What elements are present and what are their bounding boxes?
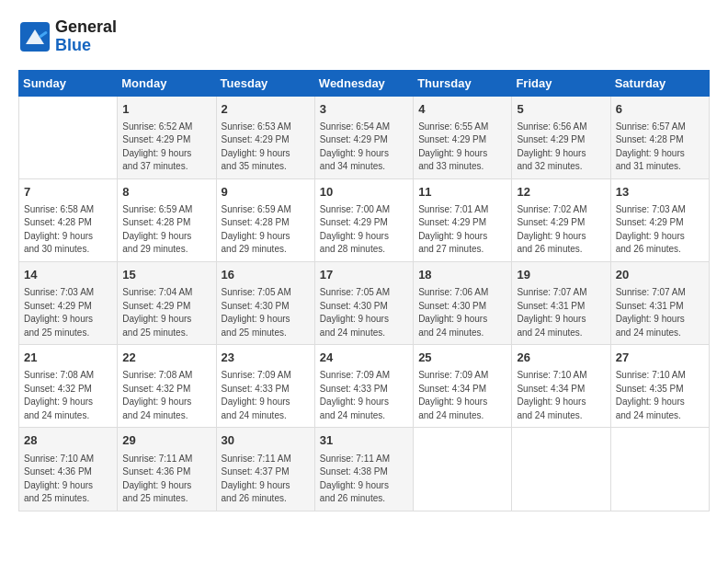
day-number: 11 (418, 184, 506, 201)
day-info: Sunrise: 6:55 AM Sunset: 4:29 PM Dayligh… (418, 121, 506, 174)
logo-icon (18, 20, 51, 53)
day-info: Sunrise: 7:08 AM Sunset: 4:32 PM Dayligh… (24, 369, 112, 422)
day-number: 31 (320, 432, 408, 449)
calendar-cell: 25Sunrise: 7:09 AM Sunset: 4:34 PM Dayli… (414, 345, 512, 428)
day-info: Sunrise: 7:06 AM Sunset: 4:30 PM Dayligh… (418, 286, 506, 339)
calendar-cell: 18Sunrise: 7:06 AM Sunset: 4:30 PM Dayli… (414, 261, 512, 344)
calendar-cell: 5Sunrise: 6:56 AM Sunset: 4:29 PM Daylig… (512, 96, 610, 178)
calendar-cell: 20Sunrise: 7:07 AM Sunset: 4:31 PM Dayli… (610, 261, 709, 344)
day-number: 15 (122, 267, 210, 283)
calendar-cell: 21Sunrise: 7:08 AM Sunset: 4:32 PM Dayli… (19, 345, 118, 428)
calendar-cell: 2Sunrise: 6:53 AM Sunset: 4:29 PM Daylig… (216, 96, 314, 178)
calendar-cell: 1Sunrise: 6:52 AM Sunset: 4:29 PM Daylig… (118, 96, 216, 178)
weekday-header-row: SundayMondayTuesdayWednesdayThursdayFrid… (19, 70, 710, 96)
day-info: Sunrise: 6:59 AM Sunset: 4:28 PM Dayligh… (222, 203, 310, 257)
day-info: Sunrise: 7:03 AM Sunset: 4:29 PM Dayligh… (616, 203, 704, 257)
calendar-cell (414, 428, 512, 511)
day-number: 4 (418, 101, 506, 118)
day-number: 30 (222, 432, 310, 449)
calendar-cell: 26Sunrise: 7:10 AM Sunset: 4:34 PM Dayli… (512, 345, 610, 428)
day-number: 5 (517, 101, 605, 118)
day-info: Sunrise: 7:11 AM Sunset: 4:37 PM Dayligh… (222, 453, 310, 506)
calendar-cell: 8Sunrise: 6:59 AM Sunset: 4:28 PM Daylig… (118, 178, 216, 261)
weekday-header-wednesday: Wednesday (314, 70, 413, 96)
calendar-table: SundayMondayTuesdayWednesdayThursdayFrid… (18, 70, 710, 511)
day-number: 14 (24, 267, 112, 283)
day-info: Sunrise: 7:01 AM Sunset: 4:29 PM Dayligh… (418, 203, 506, 257)
calendar-cell: 28Sunrise: 7:10 AM Sunset: 4:36 PM Dayli… (19, 428, 118, 511)
calendar-cell: 24Sunrise: 7:09 AM Sunset: 4:33 PM Dayli… (314, 345, 413, 428)
day-info: Sunrise: 7:07 AM Sunset: 4:31 PM Dayligh… (616, 286, 704, 339)
day-number: 1 (122, 101, 210, 118)
calendar-cell: 17Sunrise: 7:05 AM Sunset: 4:30 PM Dayli… (314, 261, 413, 344)
weekday-header-friday: Friday (512, 70, 610, 96)
day-number: 27 (616, 350, 704, 366)
calendar-cell: 16Sunrise: 7:05 AM Sunset: 4:30 PM Dayli… (216, 261, 314, 344)
calendar-week-row: 7Sunrise: 6:58 AM Sunset: 4:28 PM Daylig… (19, 178, 710, 261)
day-number: 10 (320, 184, 408, 201)
calendar-cell: 4Sunrise: 6:55 AM Sunset: 4:29 PM Daylig… (414, 96, 512, 178)
day-number: 3 (320, 101, 408, 118)
calendar-cell: 12Sunrise: 7:02 AM Sunset: 4:29 PM Dayli… (512, 178, 610, 261)
calendar-cell: 13Sunrise: 7:03 AM Sunset: 4:29 PM Dayli… (610, 178, 709, 261)
weekday-header-sunday: Sunday (19, 70, 118, 96)
calendar-cell: 7Sunrise: 6:58 AM Sunset: 4:28 PM Daylig… (19, 178, 118, 261)
day-info: Sunrise: 7:09 AM Sunset: 4:33 PM Dayligh… (320, 369, 408, 422)
day-info: Sunrise: 7:07 AM Sunset: 4:31 PM Dayligh… (517, 286, 605, 339)
calendar-cell: 6Sunrise: 6:57 AM Sunset: 4:28 PM Daylig… (610, 96, 709, 178)
calendar-cell (512, 428, 610, 511)
page-header: General Blue (18, 18, 710, 55)
weekday-header-monday: Monday (118, 70, 216, 96)
day-number: 20 (616, 267, 704, 283)
day-number: 21 (24, 350, 112, 366)
calendar-cell: 15Sunrise: 7:04 AM Sunset: 4:29 PM Dayli… (118, 261, 216, 344)
day-number: 26 (517, 350, 605, 366)
day-info: Sunrise: 7:11 AM Sunset: 4:36 PM Dayligh… (122, 453, 210, 506)
day-info: Sunrise: 6:54 AM Sunset: 4:29 PM Dayligh… (320, 121, 408, 174)
day-info: Sunrise: 7:10 AM Sunset: 4:36 PM Dayligh… (24, 453, 112, 506)
weekday-header-saturday: Saturday (610, 70, 709, 96)
day-info: Sunrise: 7:10 AM Sunset: 4:35 PM Dayligh… (616, 369, 704, 422)
calendar-cell: 23Sunrise: 7:09 AM Sunset: 4:33 PM Dayli… (216, 345, 314, 428)
day-info: Sunrise: 7:09 AM Sunset: 4:34 PM Dayligh… (418, 369, 506, 422)
day-number: 8 (122, 184, 210, 201)
day-number: 2 (222, 101, 310, 118)
day-info: Sunrise: 6:59 AM Sunset: 4:28 PM Dayligh… (122, 203, 210, 257)
calendar-cell: 9Sunrise: 6:59 AM Sunset: 4:28 PM Daylig… (216, 178, 314, 261)
day-number: 17 (320, 267, 408, 283)
day-number: 12 (517, 184, 605, 201)
day-info: Sunrise: 7:09 AM Sunset: 4:33 PM Dayligh… (222, 369, 310, 422)
day-info: Sunrise: 6:58 AM Sunset: 4:28 PM Dayligh… (24, 203, 112, 257)
day-number: 18 (418, 267, 506, 283)
day-info: Sunrise: 7:02 AM Sunset: 4:29 PM Dayligh… (517, 203, 605, 257)
calendar-cell: 29Sunrise: 7:11 AM Sunset: 4:36 PM Dayli… (118, 428, 216, 511)
day-info: Sunrise: 6:57 AM Sunset: 4:28 PM Dayligh… (616, 121, 704, 174)
calendar-cell: 30Sunrise: 7:11 AM Sunset: 4:37 PM Dayli… (216, 428, 314, 511)
day-number: 13 (616, 184, 704, 201)
day-number: 22 (122, 350, 210, 366)
day-info: Sunrise: 6:53 AM Sunset: 4:29 PM Dayligh… (222, 121, 310, 174)
day-info: Sunrise: 7:00 AM Sunset: 4:29 PM Dayligh… (320, 203, 408, 257)
calendar-cell: 22Sunrise: 7:08 AM Sunset: 4:32 PM Dayli… (118, 345, 216, 428)
calendar-cell (19, 96, 118, 178)
calendar-cell: 3Sunrise: 6:54 AM Sunset: 4:29 PM Daylig… (314, 96, 413, 178)
calendar-cell (610, 428, 709, 511)
calendar-week-row: 14Sunrise: 7:03 AM Sunset: 4:29 PM Dayli… (19, 261, 710, 344)
calendar-cell: 10Sunrise: 7:00 AM Sunset: 4:29 PM Dayli… (314, 178, 413, 261)
calendar-week-row: 1Sunrise: 6:52 AM Sunset: 4:29 PM Daylig… (19, 96, 710, 178)
calendar-week-row: 28Sunrise: 7:10 AM Sunset: 4:36 PM Dayli… (19, 428, 710, 511)
logo-text-blue: Blue (55, 37, 117, 55)
weekday-header-tuesday: Tuesday (216, 70, 314, 96)
day-number: 23 (222, 350, 310, 366)
day-number: 24 (320, 350, 408, 366)
logo: General Blue (18, 18, 117, 55)
calendar-cell: 19Sunrise: 7:07 AM Sunset: 4:31 PM Dayli… (512, 261, 610, 344)
calendar-cell: 31Sunrise: 7:11 AM Sunset: 4:38 PM Dayli… (314, 428, 413, 511)
day-info: Sunrise: 7:04 AM Sunset: 4:29 PM Dayligh… (122, 286, 210, 339)
day-info: Sunrise: 7:03 AM Sunset: 4:29 PM Dayligh… (24, 286, 112, 339)
day-number: 29 (122, 432, 210, 449)
logo-text-general: General (55, 18, 117, 37)
day-info: Sunrise: 6:52 AM Sunset: 4:29 PM Dayligh… (122, 121, 210, 174)
calendar-week-row: 21Sunrise: 7:08 AM Sunset: 4:32 PM Dayli… (19, 345, 710, 428)
day-number: 7 (24, 184, 112, 201)
